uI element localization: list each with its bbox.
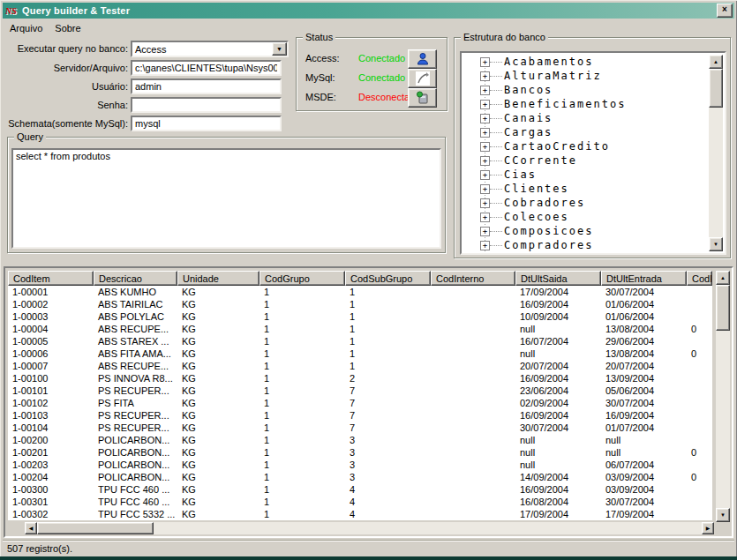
close-icon[interactable]: × (717, 4, 733, 18)
expand-plus-icon[interactable]: + (480, 128, 490, 138)
table-row[interactable]: 1-00301TPU FCC 460 ...KG1416/08/200430/0… (8, 496, 712, 508)
tree-item[interactable]: +Compradores (463, 238, 709, 251)
expand-plus-icon[interactable]: + (480, 184, 490, 194)
database-button[interactable] (408, 88, 437, 108)
tree-item[interactable]: +Composicoes (463, 224, 709, 238)
column-header[interactable]: Descricao (94, 271, 177, 286)
expand-plus-icon[interactable]: + (480, 71, 490, 81)
tree-item[interactable]: +AlturaMatriz (463, 69, 709, 83)
expand-plus-icon[interactable]: + (480, 198, 490, 208)
table-row[interactable]: 1-00103PS RECUPER...KG1716/09/200416/09/… (8, 409, 712, 422)
tree-item[interactable]: +Cias (463, 168, 709, 182)
grid-cell: 13/08/2004 (601, 323, 687, 335)
table-row[interactable]: 1-00200POLICARBON...KG13nullnull (8, 434, 712, 446)
menu-arquivo[interactable]: Arquivo (4, 21, 49, 35)
column-header[interactable]: DtUltSaida (515, 271, 601, 286)
usuario-input[interactable] (131, 78, 282, 94)
scroll-down-icon[interactable]: ▼ (709, 237, 723, 251)
table-row[interactable]: 1-00204POLICARBON...KG1314/09/200403/09/… (8, 471, 712, 483)
servidor-input[interactable] (131, 60, 282, 76)
access-status-value: Conectado (358, 51, 405, 65)
expand-plus-icon[interactable]: + (480, 57, 490, 67)
grid-cell: 16/09/2004 (515, 409, 601, 422)
table-row[interactable]: 1-00300TPU FCC 460 ...KG1416/09/200403/0… (8, 483, 712, 496)
grid-header-row: CodItemDescricaoUnidadeCodGrupoCodSubGru… (8, 271, 712, 286)
grid-cell (687, 335, 712, 347)
tree-connector-line (490, 62, 502, 63)
query-input[interactable]: select * from produtos (11, 148, 441, 249)
tree-scrollbar[interactable]: ▲ ▼ (709, 55, 723, 251)
grid-cell: 7 (345, 409, 431, 422)
tree-item-label: Beneficiamentos (504, 98, 626, 110)
window-bottom-border (0, 556, 737, 560)
tree-scrollbar-thumb[interactable] (709, 69, 723, 108)
grid-cell: 4 (345, 496, 431, 508)
table-row[interactable]: 1-00201POLICARBON...KG13nullnull0 (8, 446, 712, 459)
column-header[interactable]: CodFi (687, 271, 712, 286)
grid-hscrollbar[interactable]: ◀ ▶ (25, 522, 714, 534)
schemata-input[interactable] (131, 116, 282, 131)
tree-item[interactable]: +Canais (463, 111, 709, 125)
grid-hscrollbar-thumb[interactable] (37, 522, 154, 534)
table-row[interactable]: 1-00104PS RECUPER...KG1730/07/200401/07/… (8, 422, 712, 434)
menu-sobre[interactable]: Sobre (49, 21, 86, 35)
tree-item[interactable]: +Cobradores (463, 196, 709, 210)
grid-cell: POLICARBON... (94, 459, 177, 471)
column-header[interactable]: CodItem (8, 271, 94, 286)
tree-item[interactable]: +Colecoes (463, 210, 709, 224)
grid-cell: 20/07/2004 (601, 360, 687, 372)
table-row[interactable]: 1-00203POLICARBON...KG13null06/07/2004 (8, 459, 712, 471)
senha-input[interactable] (131, 97, 282, 113)
grid-cell: KG (177, 360, 259, 372)
column-header[interactable]: CodSubGrupo (345, 271, 431, 286)
scroll-up-icon[interactable]: ▲ (709, 55, 723, 69)
chevron-down-icon[interactable]: ▼ (272, 42, 287, 56)
grid-cell: 03/09/2004 (601, 483, 687, 496)
grid-vscrollbar[interactable]: ▲ ▼ (716, 271, 730, 522)
expand-plus-icon[interactable]: + (480, 100, 490, 109)
tree-item[interactable]: +Clientes (463, 182, 709, 196)
expand-plus-icon[interactable]: + (480, 170, 490, 180)
tree-item[interactable]: +Beneficiamentos (463, 97, 709, 111)
table-row[interactable]: 1-00006ABS FITA AMA...KG11null13/08/2004… (8, 347, 712, 360)
pen-button[interactable] (408, 69, 437, 88)
tree-item[interactable]: +Acabamentos (463, 55, 709, 69)
expand-plus-icon[interactable]: + (480, 142, 490, 152)
expand-plus-icon[interactable]: + (480, 241, 490, 250)
grid-vscrollbar-thumb[interactable] (716, 285, 730, 331)
column-header[interactable]: Unidade (177, 271, 259, 286)
grid-cell: 1-00302 (8, 508, 94, 520)
grid-cell: KG (177, 471, 259, 483)
table-row[interactable]: 1-00102PS FITAKG1702/09/200430/07/2004 (8, 397, 712, 409)
column-header[interactable]: CodInterno (431, 271, 515, 286)
expand-plus-icon[interactable]: + (480, 114, 490, 123)
table-row[interactable]: 1-00003ABS POLYLACKG1110/09/200401/06/20… (8, 310, 712, 323)
table-row[interactable]: 1-00001ABS KUMHOKG1117/09/200430/07/2004 (8, 286, 712, 298)
banco-select[interactable]: Access ▼ (131, 41, 289, 57)
grid-cell: 16/08/2004 (515, 496, 601, 508)
column-header[interactable]: DtUltEntrada (601, 271, 687, 286)
scroll-right-icon[interactable]: ▶ (702, 522, 714, 534)
table-row[interactable]: 1-00101PS RECUPER...KG1723/06/200405/06/… (8, 385, 712, 397)
expand-plus-icon[interactable]: + (480, 156, 490, 166)
tree-item[interactable]: +Cargas (463, 125, 709, 139)
expand-plus-icon[interactable]: + (480, 227, 490, 236)
scroll-left-icon[interactable]: ◀ (25, 522, 37, 534)
expand-plus-icon[interactable]: + (480, 213, 490, 222)
table-row[interactable]: 1-00100PS INNOVA R8...KG1216/09/200413/0… (8, 372, 712, 385)
table-row[interactable]: 1-00007ABS RECUPE...KG1120/07/200420/07/… (8, 360, 712, 372)
user-connect-button[interactable] (408, 49, 437, 69)
grid-cell: 13/08/2004 (601, 347, 687, 360)
column-header[interactable]: CodGrupo (259, 271, 345, 286)
table-row[interactable]: 1-00004ABS RECUPE...KG11null13/08/20040 (8, 323, 712, 335)
scroll-down-icon[interactable]: ▼ (716, 508, 730, 522)
tree-item[interactable]: +Bancos (463, 83, 709, 97)
tree-item[interactable]: +CartaoCredito (463, 139, 709, 153)
table-row[interactable]: 1-00002ABS TAIRILACKG1116/09/200401/06/2… (8, 298, 712, 310)
scroll-up-icon[interactable]: ▲ (716, 271, 730, 285)
table-row[interactable]: 1-00005ABS STAREX ...KG1116/07/200429/06… (8, 335, 712, 347)
tree-item[interactable]: +CCorrente (463, 153, 709, 168)
expand-plus-icon[interactable]: + (480, 86, 490, 95)
grid-cell: 1-00101 (8, 385, 94, 397)
table-row[interactable]: 1-00302TPU FCC 5332 ...KG1417/09/200417/… (8, 508, 712, 520)
